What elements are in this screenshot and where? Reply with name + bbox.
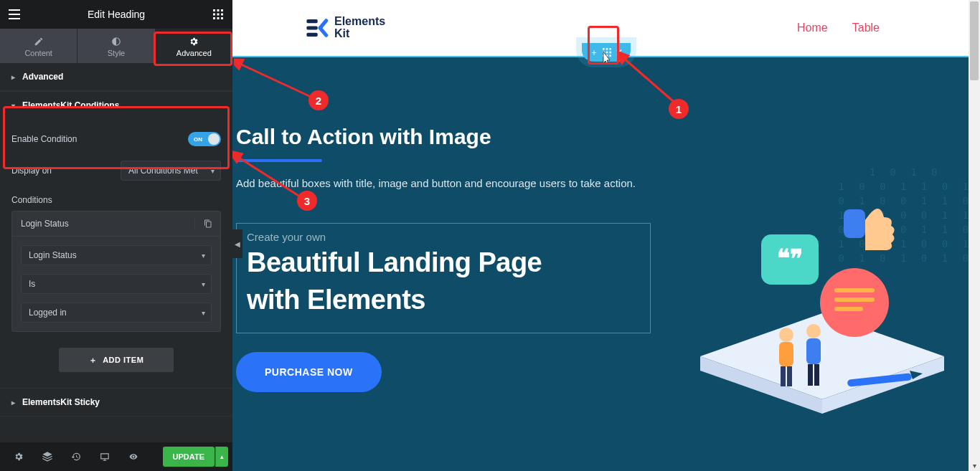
svg-marker-24 [700,313,944,399]
chevron-down-icon: ▾ [202,252,205,260]
selected-heading-widget[interactable]: Create your own Beautiful Landing Page w… [236,223,651,333]
navigator-icon[interactable] [33,442,62,471]
svg-rect-5 [221,9,223,11]
plus-icon: ＋ [89,355,98,366]
tab-style[interactable]: Style [77,29,154,63]
condition-operator-select[interactable]: Is ▾ [21,274,212,294]
sidebar-title: Edit Heading [23,9,209,20]
svg-rect-9 [213,17,215,19]
svg-rect-2 [9,18,20,19]
svg-rect-35 [779,342,793,366]
contrast-icon [111,36,121,47]
apps-icon[interactable] [209,6,227,23]
section-conditions-body: Enable Condition ON Display on All Condi… [0,119,232,389]
section-conditions-header[interactable]: ▾ ElementsKit Conditions [0,91,232,119]
svg-rect-31 [834,298,875,302]
display-on-select[interactable]: All Conditions Met ▾ [121,161,221,181]
select-value: All Conditions Met [128,166,198,176]
chevron-down-icon: ▾ [11,102,15,110]
tab-content[interactable]: Content [0,29,77,63]
add-item-button[interactable]: ＋ ADD ITEM [59,348,174,372]
menu-icon[interactable] [6,6,23,23]
history-icon[interactable] [62,442,90,471]
section-advanced-header[interactable]: ▸ Advanced [0,63,232,91]
preview-icon[interactable] [119,442,148,471]
svg-rect-33 [844,209,865,238]
enable-condition-row: Enable Condition ON [11,125,221,153]
editor-sidebar: Edit Heading Content Style Advanced ▸ Ad… [0,0,232,471]
condition-type-select[interactable]: Login Status ▾ [21,245,212,265]
svg-rect-14 [306,33,317,37]
responsive-icon[interactable] [90,442,119,471]
svg-rect-32 [834,307,863,311]
update-dropdown[interactable]: ▴ [215,447,228,467]
hero-illustration: ❝❞ [686,184,958,457]
enable-condition-toggle[interactable]: ON [188,132,221,146]
svg-rect-4 [217,9,220,11]
cta-label: PURCHASE NOW [265,366,353,378]
purchase-button[interactable]: PURCHASE NOW [236,352,382,392]
chevron-down-icon: ▾ [202,280,205,288]
svg-text:❝❞: ❝❞ [777,244,803,272]
svg-line-44 [238,63,319,100]
conditions-label: Conditions [11,195,52,205]
svg-rect-41 [814,364,819,386]
svg-rect-37 [787,366,792,386]
nav-link-home[interactable]: Home [797,22,828,34]
sidebar-header: Edit Heading [0,0,232,29]
svg-rect-39 [806,338,821,364]
copy-icon[interactable] [194,219,220,229]
condition-card: Login Status Login Status ▾ Is [11,211,221,332]
svg-rect-7 [217,14,220,16]
svg-rect-13 [306,26,317,29]
svg-line-45 [237,156,304,199]
svg-rect-40 [808,364,813,386]
display-on-label: Display on [11,166,52,176]
gear-icon [189,36,199,47]
tab-label: Advanced [176,49,212,57]
vertical-scrollbar[interactable]: ▾ [969,0,980,471]
tab-advanced[interactable]: Advanced [155,29,232,63]
cursor-icon [598,50,614,69]
condition-value-select[interactable]: Logged in ▾ [21,303,212,323]
annotation-badge-1: 1 [669,99,689,119]
update-label: UPDATE [173,452,204,461]
preview-canvas: Elements Kit Home Table ＋ ✕ 1 0 1 0 1 0 … [232,0,980,471]
section-label: ElementsKit Conditions [22,100,119,110]
add-item-label: ADD ITEM [103,356,143,364]
svg-point-38 [806,324,821,338]
sidebar-footer: UPDATE ▴ [0,442,232,471]
logo-icon [304,16,329,40]
conditions-label-row: Conditions [11,188,221,206]
pencil-icon [34,36,44,47]
condition-card-header[interactable]: Login Status [12,211,220,237]
brand-logo[interactable]: Elements Kit [304,16,385,40]
nav-link-table[interactable]: Table [852,22,880,34]
tab-label: Content [24,49,52,57]
svg-rect-1 [9,14,20,15]
select-value: Logged in [29,308,67,318]
top-navigation: Home Table [797,22,880,34]
annotation-badge-2: 2 [308,90,329,110]
tab-label: Style [108,49,125,57]
collapse-sidebar-handle[interactable]: ◀ [232,229,242,258]
chevron-right-icon: ▸ [11,399,15,406]
sidebar-body: ▸ Advanced ▾ ElementsKit Conditions Enab… [0,63,232,442]
svg-rect-11 [221,17,223,19]
kicker-text: Create your own [247,231,640,243]
update-button[interactable]: UPDATE [163,447,215,467]
scroll-down-arrow[interactable]: ▾ [969,460,980,471]
chevron-right-icon: ▸ [11,73,15,81]
section-label: Advanced [22,72,63,82]
chevron-down-icon: ▾ [202,309,205,317]
scrollbar-thumb[interactable] [970,1,979,80]
settings-icon[interactable] [4,442,33,471]
svg-line-46 [623,57,679,106]
section-sticky-header[interactable]: ▸ ElementsKit Sticky [0,389,232,417]
select-value: Is [29,279,35,289]
svg-rect-3 [213,9,215,11]
svg-point-29 [820,268,889,337]
svg-point-34 [779,328,793,342]
plus-icon: ＋ [590,47,598,59]
display-on-row: Display on All Conditions Met ▾ [11,153,221,188]
